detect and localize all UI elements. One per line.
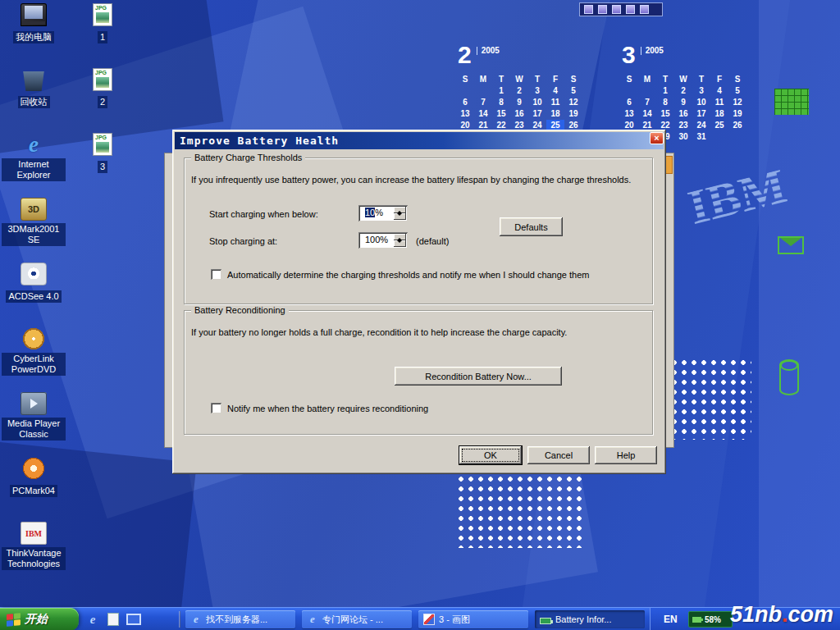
calendar-cell: 11 <box>546 97 564 108</box>
close-icon[interactable]: × <box>650 132 664 144</box>
start-charging-spinner[interactable]: 10% <box>358 205 408 221</box>
auto-determine-checkbox[interactable] <box>211 269 221 280</box>
calendar-cell: 4 <box>710 85 728 97</box>
desktop-icon-label: ThinkVantage Technologies <box>2 547 66 570</box>
auto-determine-checkbox-label: Automatically determine the charging thr… <box>227 270 589 280</box>
desktop-icon-label: 3 <box>98 161 107 173</box>
desktop-icon-label: Media Player Classic <box>2 418 66 441</box>
spinner-down-icon[interactable] <box>394 240 406 247</box>
calendar-cell: 30 <box>674 131 692 143</box>
desktop-icon-label: Internet Explorer <box>2 158 66 181</box>
desktop-icon-pcmark[interactable]: PCMark04 <box>2 455 66 520</box>
watermark-dot: . <box>782 602 788 627</box>
calendar-cell: 5 <box>728 85 746 97</box>
desktop-icon-jpg[interactable]: 3 <box>75 131 130 196</box>
spinner-up-icon[interactable] <box>394 234 406 240</box>
floating-mini-toolbar[interactable] <box>579 2 663 16</box>
notify-reconditioning-checkbox-label: Notify me when the battery requires reco… <box>227 404 428 413</box>
taskbar-task-ie[interactable]: 专门网论坛 - ... <box>302 610 412 628</box>
pen-icon[interactable] <box>612 5 621 14</box>
notify-reconditioning-checkbox[interactable] <box>211 403 221 413</box>
ok-button[interactable]: OK <box>459 446 522 464</box>
taskbar-task-battery[interactable]: Battery Infor... <box>535 610 645 628</box>
calendar-cell: W <box>510 74 528 85</box>
desktop-icon-thinkvantage[interactable]: ThinkVantage Technologies <box>2 520 66 585</box>
start-button[interactable]: 开始 <box>0 608 79 630</box>
calendar-cell: 1 <box>492 85 510 97</box>
calendar-cell: 26 <box>728 120 746 131</box>
mark3d-icon <box>21 198 47 221</box>
windows-flag-icon <box>7 613 21 627</box>
help-button[interactable]: Help <box>595 446 657 464</box>
task-label: 找不到服务器... <box>206 610 267 628</box>
calendar-cell: 6 <box>456 97 474 108</box>
dial-icon[interactable] <box>598 5 607 14</box>
dot-grid-decoration <box>669 358 751 440</box>
calendar-cell: 17 <box>528 108 546 120</box>
calendar-cell: M <box>638 74 656 85</box>
quick-launch-page-icon[interactable] <box>107 613 119 626</box>
taskbar-task-ie[interactable]: 找不到服务器... <box>185 610 295 628</box>
calendar-cell: 19 <box>564 108 582 120</box>
grid-icon[interactable] <box>640 5 649 14</box>
quick-launch-ie-icon[interactable] <box>85 612 100 627</box>
battery-percentage: 58% <box>705 615 721 624</box>
desktop-icon-recycle[interactable]: 回收站 <box>2 66 66 131</box>
thinkvantage-icon <box>21 522 47 545</box>
calendar-cell: 7 <box>474 97 492 108</box>
calendar-cell: 19 <box>728 108 746 120</box>
desktop-icon-acdsee[interactable]: ACDSee 4.0 <box>2 261 66 326</box>
dialog-titlebar[interactable]: Improve Battery Health <box>175 132 664 149</box>
calendar-cell: F <box>710 74 728 85</box>
language-indicator[interactable]: EN <box>664 614 678 625</box>
desktop-icon-jpg[interactable]: 2 <box>75 66 130 131</box>
calendar-cell: 1 <box>656 85 674 97</box>
calendar-cell: 13 <box>456 108 474 120</box>
stop-charging-label: Stop charging at: <box>209 236 277 246</box>
desktop-icon-jpg[interactable]: 1 <box>75 2 130 66</box>
spinner-up-icon[interactable] <box>394 207 406 213</box>
watermark-prefix: 51nb <box>730 602 782 627</box>
calendar-cell: 10 <box>692 97 710 108</box>
desktop-icon-mark3d[interactable]: 3DMark2001 SE <box>2 196 66 261</box>
calendar-cell: 2 <box>510 85 528 97</box>
calendar-cell: 5 <box>564 85 582 97</box>
acdsee-icon <box>21 262 47 285</box>
quick-launch-desktop-icon[interactable] <box>126 614 141 625</box>
calendar-cell: S <box>728 74 746 85</box>
start-button-label: 开始 <box>25 612 48 627</box>
desktop-icon-label: ACDSee 4.0 <box>6 290 61 303</box>
defaults-button[interactable]: Defaults <box>500 217 563 236</box>
battery-tray-widget[interactable]: 58% <box>688 611 733 628</box>
calendar-cell: T <box>528 74 546 85</box>
stop-charging-spinner[interactable]: 100% <box>358 232 408 249</box>
dot-grid-decoration <box>456 474 586 548</box>
spinner-down-icon[interactable] <box>394 213 406 220</box>
desktop-icon-label: 我的电脑 <box>13 31 54 43</box>
taskbar-tasks: 找不到服务器...专门网论坛 - ...3 - 画图Battery Infor.… <box>185 610 645 628</box>
recondition-battery-button[interactable]: Recondition Battery Now... <box>395 367 562 386</box>
calendar-cell: 18 <box>546 108 564 120</box>
reconditioning-description: If your battery no longer holds a full c… <box>191 327 567 337</box>
plug-icon[interactable] <box>584 5 593 14</box>
desktop-icon-powerdvd[interactable]: CyberLink PowerDVD <box>2 326 66 390</box>
calendar-cell: 12 <box>728 97 746 108</box>
taskbar-separator <box>179 611 180 628</box>
taskbar-task-paint[interactable]: 3 - 画图 <box>418 610 528 628</box>
calendar-cell: W <box>674 74 692 85</box>
improve-battery-health-dialog: Improve Battery Health × Battery Charge … <box>172 130 666 474</box>
svg-text:IBM: IBM <box>682 158 791 235</box>
jpg-icon <box>93 133 112 156</box>
desktop-icon-ie[interactable]: Internet Explorer <box>2 131 66 196</box>
start-value-unit: % <box>375 208 383 217</box>
desktop-icon-mycomputer[interactable]: 我的电脑 <box>2 2 66 66</box>
calendar-cell: 8 <box>492 97 510 108</box>
doc-icon[interactable] <box>626 5 635 14</box>
calendar-year: 2005 <box>641 47 664 55</box>
cancel-button[interactable]: Cancel <box>527 446 590 464</box>
calendar-cell: 24 <box>692 120 710 131</box>
desktop-icon-mpc[interactable]: Media Player Classic <box>2 390 66 455</box>
calendar-cell: 13 <box>620 108 638 120</box>
stop-value: 100% <box>365 235 388 244</box>
calendar-cell: T <box>492 74 510 85</box>
